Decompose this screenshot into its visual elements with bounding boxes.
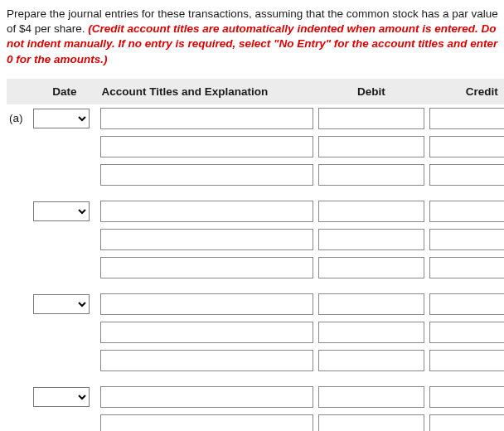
date-select[interactable]: [33, 294, 90, 314]
debit-input[interactable]: [318, 293, 424, 315]
table-header-row: Date Account Titles and Explanation Debi…: [7, 79, 504, 104]
header-debit: Debit: [316, 79, 426, 104]
account-input[interactable]: [100, 164, 313, 186]
account-input[interactable]: [100, 257, 313, 278]
credit-input[interactable]: [429, 386, 504, 408]
debit-input[interactable]: [318, 229, 424, 250]
part-label: (a): [7, 104, 31, 133]
account-input[interactable]: [100, 293, 313, 315]
credit-input[interactable]: [429, 136, 504, 157]
table-row: [7, 411, 504, 431]
table-row: [7, 254, 504, 282]
table-row: [7, 133, 504, 161]
date-select[interactable]: [33, 109, 90, 128]
account-input[interactable]: [100, 201, 313, 222]
account-input[interactable]: [100, 414, 313, 431]
credit-input[interactable]: [429, 350, 504, 371]
date-select[interactable]: [33, 387, 90, 407]
table-row: [7, 225, 504, 254]
debit-input[interactable]: [318, 414, 424, 431]
table-row: [7, 161, 504, 189]
debit-input[interactable]: [318, 136, 424, 157]
table-row: [7, 375, 504, 411]
debit-input[interactable]: [318, 386, 424, 408]
journal-entry-table: Date Account Titles and Explanation Debi…: [7, 79, 504, 431]
table-row: [7, 346, 504, 375]
credit-input[interactable]: [429, 229, 504, 250]
account-input[interactable]: [100, 229, 313, 250]
account-input[interactable]: [100, 108, 313, 129]
debit-input[interactable]: [318, 350, 424, 371]
table-row: (a): [7, 104, 504, 133]
account-input[interactable]: [100, 386, 313, 408]
credit-input[interactable]: [429, 322, 504, 343]
debit-input[interactable]: [318, 164, 424, 186]
account-input[interactable]: [100, 322, 313, 343]
debit-input[interactable]: [318, 322, 424, 343]
debit-input[interactable]: [318, 108, 424, 129]
header-blank: [7, 79, 31, 104]
credit-input[interactable]: [429, 108, 504, 129]
instructions-text: Prepare the journal entries for these tr…: [7, 7, 504, 67]
account-input[interactable]: [100, 350, 313, 371]
debit-input[interactable]: [318, 201, 424, 222]
header-date: Date: [31, 79, 98, 104]
debit-input[interactable]: [318, 257, 424, 278]
date-select[interactable]: [33, 201, 90, 221]
credit-input[interactable]: [429, 257, 504, 278]
table-row: [7, 318, 504, 346]
table-row: [7, 282, 504, 318]
credit-input[interactable]: [429, 414, 504, 431]
credit-input[interactable]: [429, 164, 504, 186]
account-input[interactable]: [100, 136, 313, 157]
credit-input[interactable]: [429, 293, 504, 315]
table-row: [7, 189, 504, 225]
header-account: Account Titles and Explanation: [98, 79, 316, 104]
header-credit: Credit: [427, 79, 504, 104]
credit-input[interactable]: [429, 201, 504, 222]
